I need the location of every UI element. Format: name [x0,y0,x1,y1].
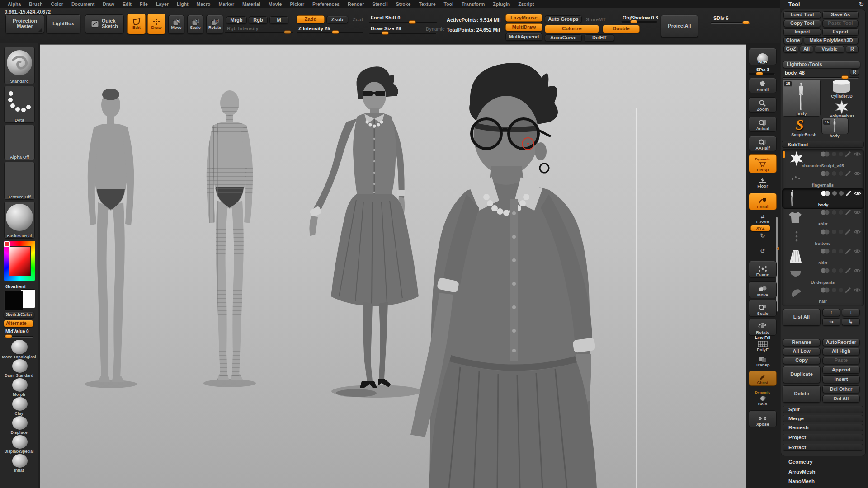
xyz-button[interactable]: XYZ [750,225,770,231]
arraymesh-palette-header[interactable]: ArrayMesh [788,469,815,474]
bpr-button[interactable]: BPR [749,48,777,65]
quick-sketch-button[interactable]: QuickSketch [85,14,124,33]
menu-stencil[interactable]: Stencil [368,1,392,7]
tray-divider-handle[interactable] [777,246,779,251]
objshadow-slider[interactable] [621,19,657,24]
menu-marker[interactable]: Marker [215,1,238,7]
menu-light[interactable]: Light [173,1,193,7]
del-other-button[interactable]: Del Other [822,385,860,393]
colorize-button[interactable]: Colorize [545,25,599,33]
visible-button[interactable]: Visible [815,46,844,53]
rotate-viewport-button[interactable]: Rotate [749,319,777,336]
m-button[interactable]: M [269,16,288,24]
import-button[interactable]: Import [783,28,821,36]
rgb-button[interactable]: Rgb [249,16,268,24]
geometry-palette-header[interactable]: Geometry [788,459,813,465]
focal-shift-slider[interactable] [369,20,437,24]
texture-icon[interactable] [839,191,844,196]
uv-icon[interactable] [832,288,836,292]
lazymouse-button[interactable]: LazyMouse [505,14,542,22]
eye-icon[interactable] [854,249,861,253]
paste-subtool-button[interactable]: Paste [822,357,860,364]
menu-edit[interactable]: Edit [118,1,136,7]
accucurve-button[interactable]: AccuCurve [545,34,582,42]
eye-icon[interactable] [854,152,861,156]
all-low-button[interactable]: All Low [783,348,821,355]
menu-file[interactable]: File [136,1,152,7]
actual-button[interactable]: Actual [749,117,777,132]
spix-slider[interactable] [749,71,775,76]
eye-icon[interactable] [854,230,861,234]
tool-r-button[interactable]: R [850,69,859,75]
zsub-button[interactable]: Zsub [326,16,348,23]
edit-button[interactable]: Edit [127,14,146,34]
paint-icon[interactable] [845,268,851,273]
uv-icon[interactable] [832,249,836,253]
ghost-button[interactable]: Ghost [749,371,777,386]
main-color-swatch[interactable] [4,291,23,311]
texture-thumbnail[interactable]: Texture Off [4,162,35,200]
texture-icon[interactable] [839,210,843,215]
rotate-button[interactable]: R Rotate [206,15,223,34]
list-all-button[interactable]: List All [783,309,821,326]
polyf-button[interactable]: PolyF [749,340,777,352]
texture-icon[interactable] [839,268,843,273]
copy-subtool-button[interactable]: Copy [783,357,821,364]
subtool-header[interactable]: SubTool [782,141,864,148]
projection-master-button[interactable]: Projection Master [5,14,44,33]
menu-draw[interactable]: Draw [99,1,118,7]
duplicate-button[interactable]: Duplicate [783,366,821,383]
zadd-button[interactable]: Zadd [297,15,325,23]
subtool-row[interactable]: shirt [782,208,863,227]
double-button[interactable]: Double [603,25,640,33]
eye-icon[interactable] [854,288,861,292]
menu-transform[interactable]: Transform [458,1,489,7]
eye-icon[interactable] [854,210,861,215]
menu-stroke[interactable]: Stroke [392,1,415,7]
menu-movie[interactable]: Movie [264,1,286,7]
menu-picker[interactable]: Picker [286,1,308,7]
xpose-button[interactable]: Xpose [749,410,777,427]
paint-icon[interactable] [845,249,851,254]
viewport-canvas[interactable] [40,44,746,488]
menu-layer[interactable]: Layer [152,1,173,7]
polypaint-icon[interactable] [821,210,830,215]
uv-icon[interactable] [832,191,837,196]
subtool-up-button[interactable]: ↑ [822,309,840,316]
active-tool-thumbnail[interactable]: 15 body [783,80,821,117]
floor-button[interactable]: Floor [749,177,777,189]
menu-zplugin[interactable]: Zplugin [489,1,514,7]
move-button[interactable]: M Move [168,15,184,34]
menu-alpha[interactable]: Alpha [4,1,25,7]
frame-button[interactable]: Frame [749,261,777,278]
uv-icon[interactable] [832,210,836,215]
polypaint-icon[interactable] [821,191,830,196]
color-picker-inner[interactable] [9,246,31,276]
auto-groups-button[interactable]: Auto Groups [545,15,582,23]
polypaint-icon[interactable] [821,171,830,176]
subtool-row-selected[interactable]: body [782,188,864,209]
move-viewport-button[interactable]: Move [749,281,777,298]
subtool-move-up-branch-button[interactable]: ↪ [822,318,840,326]
subtool-move-down-branch-button[interactable]: ↳ [842,318,860,326]
color-picker[interactable] [4,241,35,281]
scroll-button[interactable]: Scroll [749,78,777,93]
merge-section-header[interactable]: Merge [783,415,863,422]
mrgb-button[interactable]: Mrgb [226,16,247,24]
brush-inflat-icon[interactable] [12,454,28,468]
texture-icon[interactable] [839,152,843,156]
split-section-header[interactable]: Split [783,406,863,413]
brush-displace-icon[interactable] [12,416,28,430]
alpha-thumbnail[interactable]: Alpha Off [4,125,35,160]
switchcolor-button[interactable]: SwitchColor [4,312,34,318]
texture-icon[interactable] [839,230,843,234]
menu-brush[interactable]: Brush [25,1,47,7]
menu-macro[interactable]: Macro [193,1,215,7]
clone-button[interactable]: Clone [783,37,802,44]
stroke-thumbnail[interactable]: Dots [4,86,35,123]
scale-button[interactable]: S Scale [187,15,203,34]
polypaint-icon[interactable] [821,229,830,235]
extract-section-header[interactable]: Extract [783,444,863,451]
brush-move-topological-icon[interactable] [11,340,28,354]
gradient-label[interactable]: Gradient [5,284,26,289]
